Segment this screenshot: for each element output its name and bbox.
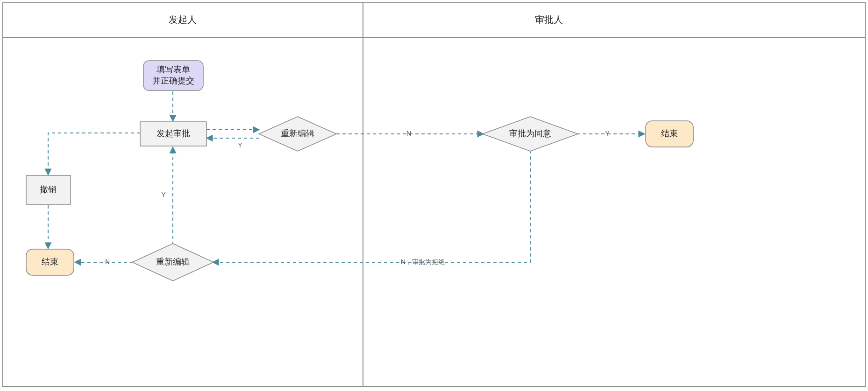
node-reedit-top-label: 重新编辑 — [281, 129, 314, 138]
edge-initiate-to-revoke — [48, 133, 140, 175]
edge-approve-to-reedit-bottom — [213, 150, 530, 262]
node-end-left: 结束 — [26, 249, 74, 275]
label-reedit-top-y: Y — [238, 141, 242, 149]
lane-title-initiator: 发起人 — [169, 14, 197, 25]
label-reedit-bottom-n: N — [105, 258, 110, 265]
label-reedit-bottom-y: Y — [161, 191, 166, 198]
label-approve-y: Y — [605, 130, 610, 137]
node-revoke-label: 撤销 — [40, 185, 57, 194]
node-approve-label: 审批为同意 — [509, 129, 551, 138]
node-approve: 审批为同意 — [483, 117, 578, 151]
label-reedit-top-n: N — [406, 130, 411, 137]
lane-header — [3, 3, 865, 37]
lane-body — [3, 37, 865, 386]
node-reedit-bottom-label: 重新编辑 — [156, 257, 190, 266]
node-reedit-bottom: 重新编辑 — [132, 244, 213, 281]
lane-title-approver: 审批人 — [535, 14, 563, 25]
label-approve-n: N，审批为拒绝 — [401, 258, 445, 265]
node-initiate: 发起审批 — [140, 122, 206, 146]
node-start: 填写表单 并正确提交 — [143, 61, 203, 91]
node-initiate-label: 发起审批 — [157, 129, 190, 138]
node-end-right: 结束 — [646, 121, 693, 147]
node-start-label2: 并正确提交 — [152, 76, 194, 85]
node-end-right-label: 结束 — [661, 129, 678, 138]
node-start-label1: 填写表单 — [156, 65, 190, 74]
node-end-left-label: 结束 — [42, 257, 58, 266]
flowchart: 发起人 审批人 Y N Y N，审批为拒绝 Y N 填写表单 并正确提交 发起审… — [0, 0, 868, 391]
node-reedit-top: 重新编辑 — [259, 117, 336, 151]
node-revoke: 撤销 — [26, 175, 71, 204]
